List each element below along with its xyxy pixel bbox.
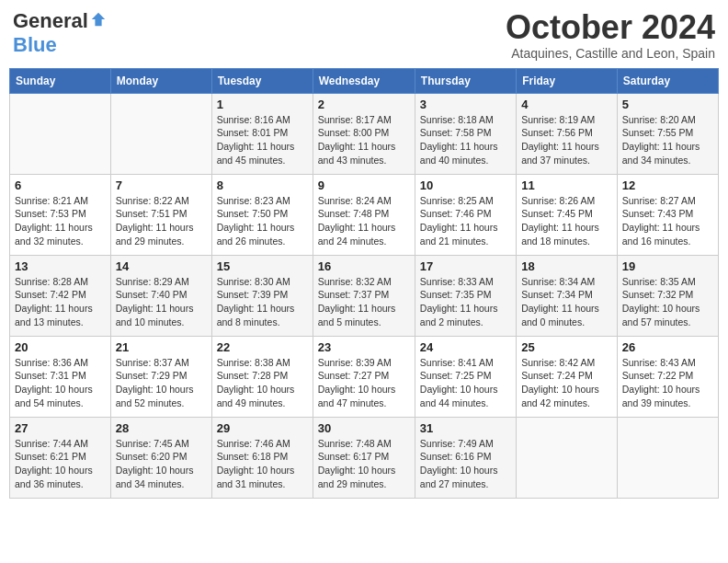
day-info: Sunrise: 8:29 AM Sunset: 7:40 PM Dayligh… (116, 275, 207, 329)
day-cell: 12Sunrise: 8:27 AM Sunset: 7:43 PM Dayli… (617, 174, 718, 255)
day-info: Sunrise: 8:36 AM Sunset: 7:31 PM Dayligh… (15, 356, 106, 410)
day-info: Sunrise: 8:25 AM Sunset: 7:46 PM Dayligh… (420, 194, 511, 248)
day-cell: 19Sunrise: 8:35 AM Sunset: 7:32 PM Dayli… (617, 255, 718, 336)
day-cell: 9Sunrise: 8:24 AM Sunset: 7:48 PM Daylig… (313, 174, 415, 255)
day-info: Sunrise: 8:37 AM Sunset: 7:29 PM Dayligh… (116, 356, 207, 410)
day-info: Sunrise: 7:46 AM Sunset: 6:18 PM Dayligh… (217, 437, 308, 491)
col-saturday: Saturday (617, 68, 718, 93)
title-area: October 2024 Ataquines, Castille and Leo… (506, 9, 715, 61)
day-number: 16 (318, 259, 410, 273)
day-number: 22 (217, 340, 308, 354)
col-tuesday: Tuesday (211, 68, 313, 93)
day-cell: 16Sunrise: 8:32 AM Sunset: 7:37 PM Dayli… (313, 255, 415, 336)
day-info: Sunrise: 8:26 AM Sunset: 7:45 PM Dayligh… (521, 194, 612, 248)
day-info: Sunrise: 8:16 AM Sunset: 8:01 PM Dayligh… (217, 113, 308, 167)
day-info: Sunrise: 7:44 AM Sunset: 6:21 PM Dayligh… (15, 437, 106, 491)
day-cell: 20Sunrise: 8:36 AM Sunset: 7:31 PM Dayli… (10, 336, 111, 417)
day-number: 27 (15, 421, 106, 435)
calendar-table: Sunday Monday Tuesday Wednesday Thursday… (9, 68, 719, 499)
day-info: Sunrise: 8:42 AM Sunset: 7:24 PM Dayligh… (521, 356, 612, 410)
day-cell: 27Sunrise: 7:44 AM Sunset: 6:21 PM Dayli… (10, 417, 111, 498)
day-cell: 18Sunrise: 8:34 AM Sunset: 7:34 PM Dayli… (517, 255, 618, 336)
day-number: 4 (521, 98, 612, 111)
day-cell (517, 417, 618, 498)
day-number: 29 (217, 421, 308, 435)
day-info: Sunrise: 8:21 AM Sunset: 7:53 PM Dayligh… (15, 194, 106, 248)
day-number: 10 (420, 178, 511, 192)
day-cell: 3Sunrise: 8:18 AM Sunset: 7:58 PM Daylig… (415, 93, 516, 174)
day-cell (617, 417, 718, 498)
day-info: Sunrise: 8:38 AM Sunset: 7:28 PM Dayligh… (217, 356, 308, 410)
day-cell: 25Sunrise: 8:42 AM Sunset: 7:24 PM Dayli… (517, 336, 618, 417)
location-title: Ataquines, Castille and Leon, Spain (506, 46, 715, 61)
day-info: Sunrise: 8:28 AM Sunset: 7:42 PM Dayligh… (15, 275, 106, 329)
day-cell: 24Sunrise: 8:41 AM Sunset: 7:25 PM Dayli… (415, 336, 516, 417)
day-cell: 1Sunrise: 8:16 AM Sunset: 8:01 PM Daylig… (211, 93, 313, 174)
day-cell: 31Sunrise: 7:49 AM Sunset: 6:16 PM Dayli… (415, 417, 516, 498)
day-cell: 10Sunrise: 8:25 AM Sunset: 7:46 PM Dayli… (415, 174, 516, 255)
day-number: 28 (116, 421, 207, 435)
day-cell: 6Sunrise: 8:21 AM Sunset: 7:53 PM Daylig… (10, 174, 111, 255)
day-number: 5 (622, 98, 713, 111)
day-cell: 30Sunrise: 7:48 AM Sunset: 6:17 PM Dayli… (313, 417, 415, 498)
day-info: Sunrise: 7:45 AM Sunset: 6:20 PM Dayligh… (116, 437, 207, 491)
day-info: Sunrise: 7:48 AM Sunset: 6:17 PM Dayligh… (318, 437, 410, 491)
logo-blue-text: Blue (13, 33, 57, 57)
day-cell: 14Sunrise: 8:29 AM Sunset: 7:40 PM Dayli… (110, 255, 211, 336)
day-info: Sunrise: 8:41 AM Sunset: 7:25 PM Dayligh… (420, 356, 511, 410)
day-cell: 15Sunrise: 8:30 AM Sunset: 7:39 PM Dayli… (211, 255, 313, 336)
col-thursday: Thursday (415, 68, 516, 93)
day-number: 9 (318, 178, 410, 192)
day-number: 3 (420, 98, 511, 111)
day-cell: 5Sunrise: 8:20 AM Sunset: 7:55 PM Daylig… (617, 93, 718, 174)
day-number: 14 (116, 259, 207, 273)
day-number: 25 (521, 340, 612, 354)
day-info: Sunrise: 8:35 AM Sunset: 7:32 PM Dayligh… (622, 275, 713, 329)
svg-marker-0 (92, 13, 105, 26)
day-cell: 7Sunrise: 8:22 AM Sunset: 7:51 PM Daylig… (110, 174, 211, 255)
day-info: Sunrise: 8:39 AM Sunset: 7:27 PM Dayligh… (318, 356, 410, 410)
day-number: 15 (217, 259, 308, 273)
col-sunday: Sunday (10, 68, 111, 93)
week-row-4: 20Sunrise: 8:36 AM Sunset: 7:31 PM Dayli… (10, 336, 719, 417)
day-info: Sunrise: 8:27 AM Sunset: 7:43 PM Dayligh… (622, 194, 713, 248)
day-cell (110, 93, 211, 174)
day-info: Sunrise: 8:34 AM Sunset: 7:34 PM Dayligh… (521, 275, 612, 329)
day-number: 18 (521, 259, 612, 273)
day-cell: 22Sunrise: 8:38 AM Sunset: 7:28 PM Dayli… (211, 336, 313, 417)
day-cell: 8Sunrise: 8:23 AM Sunset: 7:50 PM Daylig… (211, 174, 313, 255)
day-cell: 13Sunrise: 8:28 AM Sunset: 7:42 PM Dayli… (10, 255, 111, 336)
day-cell: 28Sunrise: 7:45 AM Sunset: 6:20 PM Dayli… (110, 417, 211, 498)
day-number: 2 (318, 98, 410, 111)
day-info: Sunrise: 8:22 AM Sunset: 7:51 PM Dayligh… (116, 194, 207, 248)
week-row-2: 6Sunrise: 8:21 AM Sunset: 7:53 PM Daylig… (10, 174, 719, 255)
day-cell: 21Sunrise: 8:37 AM Sunset: 7:29 PM Dayli… (110, 336, 211, 417)
day-info: Sunrise: 8:18 AM Sunset: 7:58 PM Dayligh… (420, 113, 511, 167)
day-number: 8 (217, 178, 308, 192)
day-cell (10, 93, 111, 174)
col-monday: Monday (110, 68, 211, 93)
day-info: Sunrise: 8:20 AM Sunset: 7:55 PM Dayligh… (622, 113, 713, 167)
day-number: 26 (622, 340, 713, 354)
day-info: Sunrise: 8:33 AM Sunset: 7:35 PM Dayligh… (420, 275, 511, 329)
day-cell: 26Sunrise: 8:43 AM Sunset: 7:22 PM Dayli… (617, 336, 718, 417)
day-number: 1 (217, 98, 308, 111)
col-wednesday: Wednesday (313, 68, 415, 93)
day-cell: 2Sunrise: 8:17 AM Sunset: 8:00 PM Daylig… (313, 93, 415, 174)
week-row-5: 27Sunrise: 7:44 AM Sunset: 6:21 PM Dayli… (10, 417, 719, 498)
logo: General Blue (13, 9, 107, 57)
day-info: Sunrise: 7:49 AM Sunset: 6:16 PM Dayligh… (420, 437, 511, 491)
day-number: 13 (15, 259, 106, 273)
day-cell: 11Sunrise: 8:26 AM Sunset: 7:45 PM Dayli… (517, 174, 618, 255)
week-row-1: 1Sunrise: 8:16 AM Sunset: 8:01 PM Daylig… (10, 93, 719, 174)
day-number: 12 (622, 178, 713, 192)
day-info: Sunrise: 8:43 AM Sunset: 7:22 PM Dayligh… (622, 356, 713, 410)
day-info: Sunrise: 8:17 AM Sunset: 8:00 PM Dayligh… (318, 113, 410, 167)
day-number: 19 (622, 259, 713, 273)
logo-general-text: General (13, 9, 88, 33)
day-number: 23 (318, 340, 410, 354)
logo-icon (90, 11, 107, 28)
day-info: Sunrise: 8:32 AM Sunset: 7:37 PM Dayligh… (318, 275, 410, 329)
day-number: 20 (15, 340, 106, 354)
month-title: October 2024 (506, 9, 715, 46)
